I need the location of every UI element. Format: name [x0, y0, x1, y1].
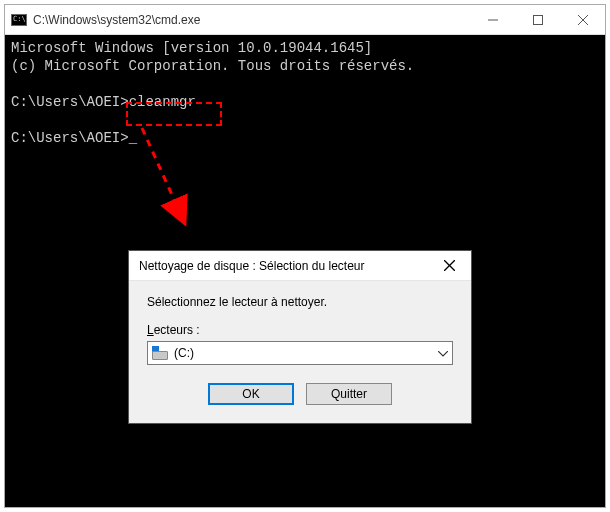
console-line: Microsoft Windows [version 10.0.19044.16…	[11, 39, 599, 57]
close-button[interactable]	[560, 5, 605, 34]
prompt-path: C:\Users\AOEI>	[11, 130, 129, 146]
typed-command: cleanmgr	[129, 94, 196, 110]
chevron-down-icon	[438, 346, 448, 360]
svg-rect-1	[533, 15, 542, 24]
drives-label: Lecteurs :	[147, 323, 453, 337]
dialog-close-button[interactable]	[427, 251, 471, 281]
console-line: (c) Microsoft Corporation. Tous droits r…	[11, 57, 599, 75]
window-controls	[470, 5, 605, 34]
maximize-button[interactable]	[515, 5, 560, 34]
dialog-button-row: OK Quitter	[147, 383, 453, 405]
ok-button[interactable]: OK	[208, 383, 294, 405]
drive-select[interactable]: (C:)	[147, 341, 453, 365]
prompt-path: C:\Users\AOEI>	[11, 94, 129, 110]
drive-select-value: (C:)	[174, 346, 194, 360]
minimize-button[interactable]	[470, 5, 515, 34]
dialog-body: Sélectionnez le lecteur à nettoyer. Lect…	[129, 281, 471, 423]
cmd-app-icon: C:\	[11, 14, 27, 26]
disk-cleanup-dialog: Nettoyage de disque : Sélection du lecte…	[128, 250, 472, 424]
cmd-title: C:\Windows\system32\cmd.exe	[33, 13, 470, 27]
dialog-title: Nettoyage de disque : Sélection du lecte…	[139, 259, 427, 273]
cmd-titlebar[interactable]: C:\ C:\Windows\system32\cmd.exe	[5, 5, 605, 35]
drive-icon	[152, 346, 168, 360]
quit-button[interactable]: Quitter	[306, 383, 392, 405]
dialog-instruction: Sélectionnez le lecteur à nettoyer.	[147, 295, 453, 309]
dialog-titlebar[interactable]: Nettoyage de disque : Sélection du lecte…	[129, 251, 471, 281]
cursor: _	[129, 130, 137, 146]
